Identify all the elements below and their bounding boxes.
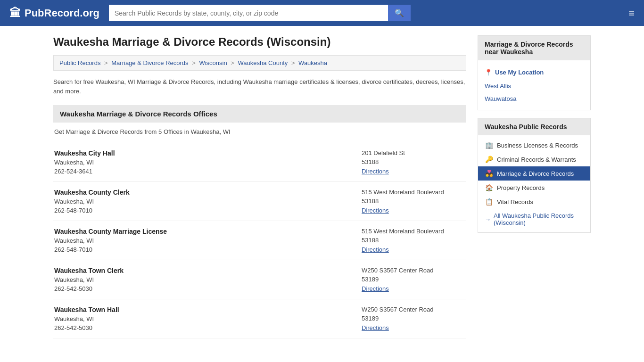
vital-records-label: Vital Records xyxy=(497,198,533,206)
office-left-3: Waukesha Town Clerk Waukesha, WI 262-542… xyxy=(54,267,124,292)
office-address-3: W250 S3567 Center Road xyxy=(362,267,465,274)
office-name-0: Waukesha City Hall xyxy=(54,149,115,157)
office-left-2: Waukesha County Marriage License Waukesh… xyxy=(54,228,167,253)
office-left-0: Waukesha City Hall Waukesha, WI 262-524-… xyxy=(54,149,115,175)
site-header: 🏛 PubRecord.org 🔍 ≡ xyxy=(0,0,644,26)
sidebar-item-business-licenses[interactable]: 🏢 Business Licenses & Records xyxy=(478,138,590,152)
breadcrumb-wisconsin[interactable]: Wisconsin xyxy=(199,59,227,66)
logo-icon: 🏛 xyxy=(9,7,21,20)
all-records-label: All Waukesha Public Records (Wisconsin) xyxy=(494,212,584,226)
sidebar-link-west-allis[interactable]: West Allis xyxy=(478,80,590,92)
search-bar: 🔍 xyxy=(109,5,411,21)
office-zip-3: 53189 xyxy=(362,276,465,283)
sidebar-records-content: 🏢 Business Licenses & Records 🔑 Criminal… xyxy=(478,135,590,232)
directions-link-4[interactable]: Directions xyxy=(362,324,389,331)
office-phone-0: 262-524-3641 xyxy=(54,168,115,175)
table-row: Waukesha City Hall Waukesha, WI 262-524-… xyxy=(53,143,466,182)
office-right-0: 201 Delafield St 53188 Directions xyxy=(362,149,465,175)
office-list: Waukesha City Hall Waukesha, WI 262-524-… xyxy=(53,143,466,338)
search-button[interactable]: 🔍 xyxy=(388,5,411,21)
rings-icon: 💑 xyxy=(485,170,493,177)
marriage-divorce-label: Marriage & Divorce Records xyxy=(497,170,574,177)
arrow-right-icon: → xyxy=(485,216,491,223)
office-city-4: Waukesha, WI xyxy=(54,315,119,322)
logo-text: PubRecord.org xyxy=(25,7,99,19)
directions-link-0[interactable]: Directions xyxy=(362,168,389,175)
sidebar-link-wauwatosa[interactable]: Wauwatosa xyxy=(478,92,590,105)
table-row: Waukesha County Clerk Waukesha, WI 262-5… xyxy=(53,182,466,221)
office-zip-4: 53189 xyxy=(362,315,465,322)
office-left-4: Waukesha Town Hall Waukesha, WI 262-542-… xyxy=(54,306,119,331)
sidebar-public-records-title: Waukesha Public Records xyxy=(478,118,590,135)
breadcrumb-sep-2: > xyxy=(192,59,197,66)
breadcrumb-sep-3: > xyxy=(231,59,236,66)
office-city-1: Waukesha, WI xyxy=(54,198,130,205)
office-right-4: W250 S3567 Center Road 53189 Directions xyxy=(362,306,465,331)
office-right-2: 515 West Moreland Boulevard 53188 Direct… xyxy=(362,228,465,253)
office-name-3: Waukesha Town Clerk xyxy=(54,267,124,274)
directions-link-2[interactable]: Directions xyxy=(362,246,389,253)
office-city-3: Waukesha, WI xyxy=(54,276,124,283)
sidebar-item-vital-records[interactable]: 📋 Vital Records xyxy=(478,195,590,209)
table-row: Waukesha Town Hall Waukesha, WI 262-542-… xyxy=(53,299,466,338)
office-city-0: Waukesha, WI xyxy=(54,159,115,166)
office-address-1: 515 West Moreland Boulevard xyxy=(362,189,465,196)
office-phone-4: 262-542-5030 xyxy=(54,324,119,331)
property-records-label: Property Records xyxy=(497,184,545,191)
offices-section-desc: Get Marriage & Divorce Records from 5 Of… xyxy=(53,128,466,135)
office-name-1: Waukesha County Clerk xyxy=(54,189,130,196)
office-right-1: 515 West Moreland Boulevard 53188 Direct… xyxy=(362,189,465,214)
office-zip-0: 53188 xyxy=(362,158,465,165)
page-title: Waukesha Marriage & Divorce Records (Wis… xyxy=(53,35,466,49)
sidebar: Marriage & Divorce Records near Waukesha… xyxy=(478,35,591,338)
location-icon: 📍 xyxy=(485,69,492,76)
directions-link-1[interactable]: Directions xyxy=(362,207,389,214)
sidebar-item-property-records[interactable]: 🏠 Property Records xyxy=(478,181,590,195)
sidebar-all-public-records-link[interactable]: → All Waukesha Public Records (Wisconsin… xyxy=(478,209,590,230)
briefcase-icon: 🏢 xyxy=(485,141,493,149)
office-phone-1: 262-548-7010 xyxy=(54,207,130,214)
office-phone-2: 262-548-7010 xyxy=(54,246,167,253)
office-phone-3: 262-542-5030 xyxy=(54,285,124,292)
use-location-label: Use My Location xyxy=(495,69,544,76)
page-description: Search for free Waukesha, WI Marriage & … xyxy=(53,77,466,96)
breadcrumb-sep-1: > xyxy=(104,59,109,66)
breadcrumb-public-records[interactable]: Public Records xyxy=(59,59,100,66)
office-name-2: Waukesha County Marriage License xyxy=(54,228,167,235)
main-content: Waukesha Marriage & Divorce Records (Wis… xyxy=(53,35,466,338)
search-icon: 🔍 xyxy=(395,9,404,17)
sidebar-item-marriage-divorce[interactable]: 💑 Marriage & Divorce Records xyxy=(478,166,590,181)
breadcrumb-sep-4: > xyxy=(291,59,297,66)
table-row: Waukesha County Marriage License Waukesh… xyxy=(53,221,466,260)
office-city-2: Waukesha, WI xyxy=(54,237,167,244)
sidebar-nearby-box: Marriage & Divorce Records near Waukesha… xyxy=(478,35,591,110)
criminal-records-label: Criminal Records & Warrants xyxy=(497,156,576,163)
breadcrumb: Public Records > Marriage & Divorce Reco… xyxy=(53,55,466,71)
table-row: Waukesha Town Clerk Waukesha, WI 262-542… xyxy=(53,260,466,299)
offices-section-header: Waukesha Marriage & Divorce Records Offi… xyxy=(53,105,466,123)
business-licenses-label: Business Licenses & Records xyxy=(497,142,578,149)
search-input[interactable] xyxy=(109,5,388,21)
office-left-1: Waukesha County Clerk Waukesha, WI 262-5… xyxy=(54,189,130,214)
directions-link-3[interactable]: Directions xyxy=(362,285,389,292)
office-zip-2: 53188 xyxy=(362,237,465,244)
use-location-button[interactable]: 📍 Use My Location xyxy=(478,65,590,80)
office-address-0: 201 Delafield St xyxy=(362,149,465,156)
breadcrumb-waukesha-county[interactable]: Waukesha County xyxy=(238,59,288,66)
clipboard-icon: 📋 xyxy=(485,198,493,206)
office-address-2: 515 West Moreland Boulevard xyxy=(362,228,465,235)
sidebar-nearby-title: Marriage & Divorce Records near Waukesha xyxy=(478,36,590,60)
key-icon: 🔑 xyxy=(485,156,493,163)
page-container: Waukesha Marriage & Divorce Records (Wis… xyxy=(44,26,600,348)
sidebar-item-criminal-records[interactable]: 🔑 Criminal Records & Warrants xyxy=(478,152,590,166)
sidebar-nearby-content: 📍 Use My Location West Allis Wauwatosa xyxy=(478,60,590,110)
menu-icon[interactable]: ≡ xyxy=(628,7,635,19)
office-zip-1: 53188 xyxy=(362,197,465,205)
breadcrumb-marriage-divorce[interactable]: Marriage & Divorce Records xyxy=(111,59,188,66)
office-name-4: Waukesha Town Hall xyxy=(54,306,119,313)
site-logo[interactable]: 🏛 PubRecord.org xyxy=(9,7,99,20)
breadcrumb-waukesha[interactable]: Waukesha xyxy=(298,59,327,66)
home-icon: 🏠 xyxy=(485,184,493,191)
sidebar-public-records-box: Waukesha Public Records 🏢 Business Licen… xyxy=(478,118,591,233)
office-address-4: W250 S3567 Center Road xyxy=(362,306,465,313)
